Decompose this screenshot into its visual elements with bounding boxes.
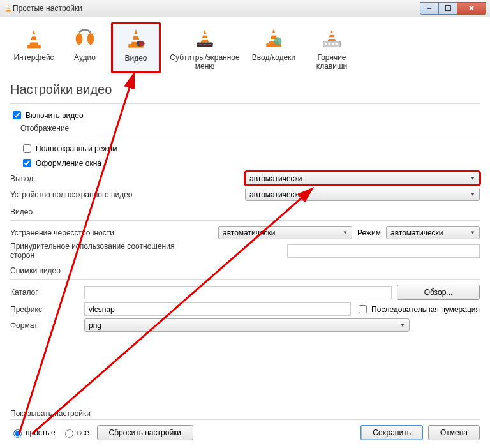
video-icon	[124, 28, 147, 51]
tab-hotkeys[interactable]: Горячие клавиши	[300, 22, 364, 73]
tab-label: Аудио	[61, 53, 108, 62]
window-title: Простые настройки	[13, 4, 420, 13]
svg-rect-20	[198, 44, 202, 45]
decorations-label: Оформление окна	[36, 159, 101, 168]
tab-interface[interactable]: Интерфейс	[9, 22, 59, 73]
mode-label: Режим	[357, 228, 381, 237]
tab-label: Ввод/кодеки	[250, 53, 297, 62]
titlebar: Простые настройки − ☐ ✕	[0, 0, 490, 17]
enable-video-label: Включить видео	[26, 111, 84, 120]
tab-video[interactable]: Видео	[111, 22, 161, 73]
svg-rect-5	[27, 45, 41, 48]
svg-marker-16	[201, 30, 209, 43]
enable-video-checkbox[interactable]: Включить видео	[10, 109, 480, 121]
reset-button[interactable]: Сбросить настройки	[97, 425, 193, 440]
deint-label: Устранение чересстрочности	[10, 228, 131, 237]
svg-rect-3	[7, 9, 10, 10]
separator	[10, 279, 480, 280]
maximize-button[interactable]: ☐	[438, 2, 457, 15]
svg-marker-28	[328, 30, 336, 41]
svg-rect-1	[6, 11, 11, 12]
video-group-title: Видео	[10, 207, 480, 216]
tab-subtitles[interactable]: Субтитры/экранное меню	[162, 22, 248, 73]
display-group-title: Отображение	[20, 124, 480, 133]
separator	[10, 103, 480, 104]
separator	[10, 137, 480, 137]
svg-rect-17	[202, 34, 209, 36]
fsdevice-label: Устройство полноэкранного видео	[10, 190, 138, 199]
cancel-button[interactable]: Отмена	[428, 425, 480, 440]
subtitles-icon	[193, 27, 216, 50]
sequential-label: Последовательная нумерация	[371, 305, 480, 314]
audio-icon	[73, 27, 96, 50]
sequential-input[interactable]	[359, 305, 367, 313]
enable-video-input[interactable]	[13, 111, 21, 119]
svg-point-15	[139, 41, 145, 46]
svg-rect-33	[329, 43, 331, 45]
svg-rect-18	[201, 38, 209, 40]
svg-point-9	[87, 33, 94, 45]
svg-marker-4	[29, 30, 38, 46]
svg-point-27	[274, 37, 282, 45]
fsdevice-combo[interactable]: автоматически	[245, 188, 480, 201]
radio-all[interactable]: все	[62, 428, 89, 438]
content-area: Настройки видео Включить видео Отображен…	[0, 76, 490, 332]
svg-point-8	[76, 33, 83, 45]
tab-label: Видео	[113, 54, 159, 63]
decorations-checkbox[interactable]: Оформление окна	[20, 157, 480, 169]
footer: Показывать настройки простые все Сбросит…	[0, 405, 490, 448]
prefix-input[interactable]	[84, 302, 351, 316]
fullscreen-input[interactable]	[23, 144, 31, 153]
mode-combo[interactable]: автоматически	[386, 226, 480, 239]
tab-label: Интерфейс	[10, 53, 57, 62]
sequential-checkbox[interactable]: Последовательная нумерация	[356, 303, 480, 315]
svg-marker-0	[6, 4, 10, 11]
separator	[10, 419, 480, 420]
output-label: Вывод	[10, 174, 138, 183]
snapshot-group-title: Снимки видео	[10, 266, 480, 275]
svg-rect-7	[30, 40, 38, 43]
deint-combo[interactable]: автоматически	[218, 226, 352, 239]
svg-rect-35	[335, 43, 338, 45]
category-toolbar: Интерфейс Аудио Видео Субтитры/экранное …	[0, 17, 490, 76]
svg-rect-29	[329, 33, 336, 35]
svg-rect-34	[332, 43, 334, 45]
tab-label: Субтитры/экранное меню	[163, 53, 246, 71]
page-title: Настройки видео	[10, 82, 480, 97]
fullscreen-checkbox[interactable]: Полноэкранный режим	[20, 142, 480, 154]
save-button[interactable]: Сохранить	[360, 425, 423, 440]
tab-label: Горячие клавиши	[301, 53, 362, 71]
minimize-button[interactable]: −	[420, 2, 439, 15]
dir-input[interactable]	[84, 286, 392, 299]
separator	[10, 220, 480, 221]
show-mode-radios: простые все	[10, 428, 89, 438]
hotkeys-icon	[320, 27, 343, 50]
aspect-input[interactable]	[287, 244, 480, 258]
input-icon	[262, 27, 285, 50]
radio-simple[interactable]: простые	[10, 428, 56, 438]
show-settings-label: Показывать настройки	[10, 409, 480, 418]
close-button[interactable]: ✕	[457, 2, 486, 15]
decorations-input[interactable]	[23, 159, 31, 167]
aspect-label: Принудительное использование соотношения…	[10, 242, 195, 260]
tab-audio[interactable]: Аудио	[60, 22, 110, 73]
fullscreen-label: Полноэкранный режим	[36, 144, 117, 153]
interface-icon	[22, 27, 45, 50]
tab-input[interactable]: Ввод/кодеки	[249, 22, 299, 73]
svg-rect-25	[271, 33, 278, 36]
format-label: Формат	[10, 321, 79, 330]
svg-rect-2	[7, 6, 10, 7]
svg-rect-12	[133, 34, 140, 36]
prefix-label: Префикс	[10, 305, 79, 314]
output-combo[interactable]: автоматически	[245, 172, 480, 185]
svg-rect-6	[31, 34, 37, 37]
format-combo[interactable]: png	[84, 318, 410, 332]
svg-rect-30	[328, 37, 336, 39]
svg-rect-22	[208, 44, 211, 45]
browse-button[interactable]: Обзор...	[397, 285, 480, 300]
dir-label: Каталог	[10, 288, 79, 297]
vlc-cone-icon	[4, 4, 13, 13]
svg-rect-21	[203, 44, 206, 45]
svg-rect-32	[325, 43, 327, 45]
